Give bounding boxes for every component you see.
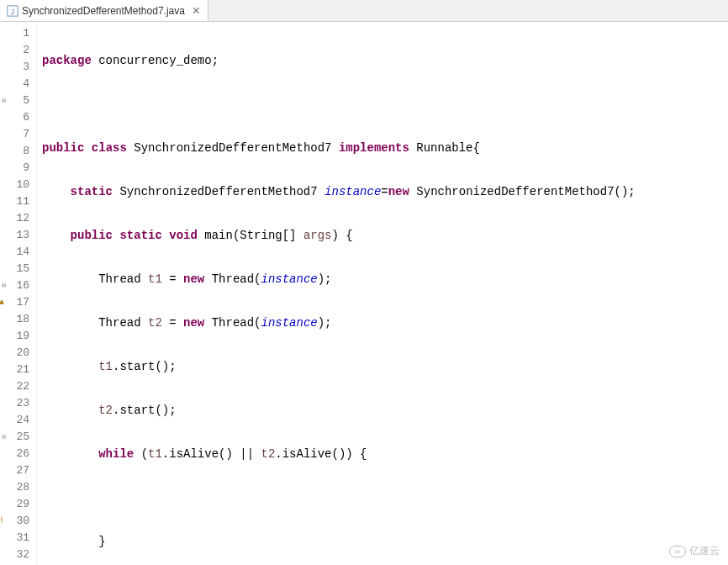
- svg-text:J: J: [11, 7, 14, 15]
- fold-icon[interactable]: ⊖: [2, 277, 6, 294]
- line-number: 14: [0, 244, 36, 261]
- line-number: 17▲: [0, 294, 36, 311]
- line-number-gutter: 12345⊖678910111213141516⊖17▲181920212223…: [0, 22, 37, 565]
- line-number: 3: [0, 59, 36, 76]
- tab-bar: J SynchronizedDefferentMethod7.java ⨯: [0, 0, 728, 22]
- line-number: 22: [0, 378, 36, 395]
- code-area[interactable]: package concurrency_demo; public class S…: [37, 22, 728, 565]
- line-number: 25⊖: [0, 429, 36, 446]
- line-number: 11: [0, 193, 36, 210]
- code-line: public static void main(String[] args) {: [42, 227, 728, 244]
- line-number: 13: [0, 227, 36, 244]
- line-number: 29: [0, 496, 36, 513]
- code-line: t2.start();: [42, 402, 728, 419]
- line-number: 2: [0, 42, 36, 59]
- line-number: 18: [0, 311, 36, 328]
- java-file-icon: J: [7, 5, 18, 17]
- line-number: 32: [0, 547, 36, 563]
- line-number: 23: [0, 395, 36, 412]
- line-number: 30!: [0, 513, 36, 530]
- code-line: while (t1.isAlive() || t2.isAlive()) {: [42, 446, 728, 462]
- editor-tab[interactable]: J SynchronizedDefferentMethod7.java ⨯: [0, 0, 208, 21]
- warning-icon: ▲: [0, 294, 4, 311]
- code-line: }: [42, 533, 728, 550]
- line-number: 1: [0, 25, 36, 42]
- code-line: package concurrency_demo;: [42, 52, 728, 69]
- line-number: 21: [0, 362, 36, 378]
- close-icon[interactable]: ⨯: [192, 4, 201, 17]
- line-number: 15: [0, 261, 36, 277]
- line-number: 24: [0, 412, 36, 429]
- line-number: 19: [0, 328, 36, 345]
- code-line: static SynchronizedDefferentMethod7 inst…: [42, 183, 728, 200]
- fold-icon[interactable]: ⊖: [2, 429, 6, 446]
- editor-area: 12345⊖678910111213141516⊖17▲181920212223…: [0, 22, 728, 565]
- code-line: t1.start();: [42, 358, 728, 375]
- line-number: 26: [0, 446, 36, 462]
- line-number: 7: [0, 126, 36, 143]
- line-number: 31: [0, 530, 36, 547]
- line-number: 28: [0, 479, 36, 496]
- watermark: ∞ 亿速云: [669, 544, 720, 558]
- line-number: 16⊖: [0, 277, 36, 294]
- code-line: Thread t1 = new Thread(instance);: [42, 271, 728, 288]
- line-number: 8: [0, 143, 36, 160]
- watermark-text: 亿速云: [689, 544, 720, 558]
- line-number: 5⊖: [0, 92, 36, 109]
- line-number: 10: [0, 177, 36, 193]
- watermark-logo-icon: ∞: [669, 546, 686, 557]
- code-line: public class SynchronizedDefferentMethod…: [42, 140, 728, 156]
- tab-filename: SynchronizedDefferentMethod7.java: [22, 5, 185, 17]
- line-number: 9: [0, 160, 36, 177]
- warning-icon: !: [0, 513, 4, 530]
- code-line: [42, 489, 728, 506]
- line-number: 27: [0, 462, 36, 479]
- line-number: 12: [0, 210, 36, 227]
- line-number: 4: [0, 76, 36, 92]
- fold-icon[interactable]: ⊖: [2, 92, 6, 109]
- line-number: 6: [0, 109, 36, 126]
- line-number: 20: [0, 345, 36, 362]
- code-line: Thread t2 = new Thread(instance);: [42, 314, 728, 331]
- code-line: [42, 96, 728, 113]
